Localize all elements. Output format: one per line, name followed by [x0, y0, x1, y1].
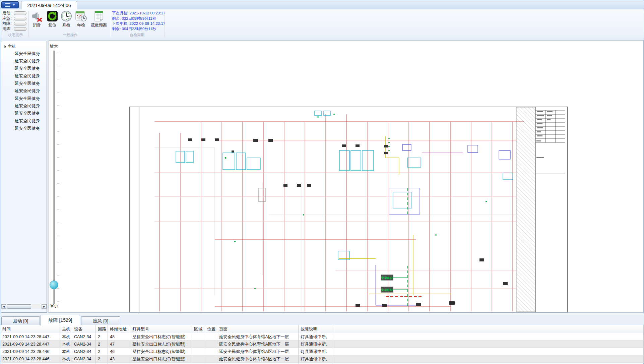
actions-group-label: 一般操作	[30, 33, 110, 38]
fault-indicator	[14, 22, 26, 25]
mute-button[interactable]: 消音	[31, 10, 43, 28]
tree-item[interactable]: 延安全民健身	[15, 125, 47, 132]
host-tree-panel: 主机 延安全民健身 延安全民健身 延安全民健身 延安全民健身 延安全民健身 延安…	[1, 41, 47, 313]
table-row[interactable]: 2021-09-09 14:23:28.446本机 CAN2-342 46壁挂安…	[0, 348, 644, 355]
current-time: 2021-09-09 14:24:06	[27, 3, 71, 8]
emergency-indicator	[14, 17, 26, 20]
selfcheck-info: 下次月检: 2021-10-12 00:23:17 剩余: 032日09时59分…	[112, 11, 162, 32]
col-page[interactable]: 页面	[217, 325, 299, 333]
col-area[interactable]: 区域	[192, 325, 205, 333]
table-header: 时间 主机 设备 回路 终端地址 灯具型号 区域 位置 页面 故障说明	[0, 325, 644, 333]
tree-item[interactable]: 延安全民健身	[15, 118, 47, 124]
status-label-mute: 消声:	[2, 26, 14, 32]
tree-root-host[interactable]: 主机	[3, 43, 16, 50]
col-model[interactable]: 灯具型号	[130, 325, 192, 333]
scroll-right-arrow[interactable]: ▶	[42, 304, 47, 309]
calendar-clock-icon	[75, 10, 87, 22]
tree-item[interactable]: 延安全民健身	[15, 110, 47, 117]
drawing-canvas[interactable]	[49, 40, 644, 313]
tree-item[interactable]: 延安全民健身	[15, 65, 47, 72]
status-group: 启动: 应急: 故障: 消声:	[2, 11, 26, 32]
tree-horizontal-scrollbar[interactable]: ◀ ▶	[1, 304, 47, 309]
tree-item[interactable]: 延安全民健身	[15, 87, 47, 94]
start-indicator	[14, 11, 26, 15]
app-menu-button[interactable]	[1, 1, 19, 8]
annual-check-button[interactable]: 年检	[75, 10, 87, 28]
zoom-in-label: 放大	[50, 44, 58, 49]
tab-fault[interactable]: 故障 [1529]	[41, 315, 80, 325]
evacuation-plan-button[interactable]: 疏散预案	[91, 10, 107, 28]
scrollbar-thumb[interactable]	[7, 304, 31, 309]
col-host[interactable]: 主机	[60, 325, 72, 333]
mute-indicator	[14, 27, 26, 31]
zoom-out-label: 缩小	[50, 303, 58, 309]
ribbon-toolbar: 启动: 应急: 故障: 消声: 消音	[0, 9, 644, 39]
status-group-label: 状态提示	[2, 33, 28, 38]
table-row[interactable]: 2021-09-09 14:23:28.447本机 CAN2-342 47壁挂安…	[0, 341, 644, 348]
tree-item[interactable]: 延安全民健身	[15, 50, 47, 57]
clock-icon	[61, 10, 72, 22]
table-row[interactable]: 2021-09-09 14:23:28.445本机 CAN2-342 42壁挂安…	[0, 363, 644, 364]
tree-root-label: 主机	[8, 44, 16, 50]
status-label-start: 启动:	[2, 10, 14, 16]
status-label-fault: 故障:	[2, 21, 14, 26]
event-log-panel: 启动 [0] 故障 [1529] 应急 [0] 时间 主机 设备 回路 终端地址…	[0, 313, 644, 364]
col-device[interactable]: 设备	[72, 325, 96, 333]
monthly-remaining: 剩余: 032日09时59分11秒	[112, 16, 162, 21]
reset-icon	[47, 10, 58, 22]
scroll-left-arrow[interactable]: ◀	[1, 304, 6, 309]
application-window: 2021-09-09 14:24:06 启动: 应急: 故障: 消声: 消音	[0, 0, 644, 364]
zoom-slider-track[interactable]	[53, 51, 55, 304]
tab-emergency[interactable]: 应急 [0]	[81, 316, 120, 325]
col-fault-desc[interactable]: 故障说明	[299, 325, 333, 333]
annual-remaining: 剩余: 364日23时59分11秒	[112, 26, 162, 32]
tree-item[interactable]: 延安全民健身	[15, 58, 47, 64]
evacuation-plan-icon	[93, 10, 105, 22]
table-row[interactable]: 2021-09-09 14:23:28.447本机 CAN2-342 48壁挂安…	[0, 333, 644, 341]
col-terminal[interactable]: 终端地址	[108, 325, 130, 333]
tree-item[interactable]: 延安全民健身	[15, 73, 47, 79]
title-bar: 2021-09-09 14:24:06	[0, 0, 644, 9]
next-monthly-check: 下次月检: 2021-10-12 00:23:17	[112, 11, 162, 16]
col-time[interactable]: 时间	[0, 325, 60, 333]
col-position[interactable]: 位置	[205, 325, 217, 333]
tree-item[interactable]: 延安全民健身	[15, 95, 47, 102]
next-annual-check: 下次年检: 2022-09-09 14:23:17	[112, 21, 162, 26]
tree-item[interactable]: 延安全民健身	[15, 103, 47, 109]
status-label-emergency: 应急:	[2, 16, 14, 21]
mute-speaker-icon	[31, 10, 43, 22]
col-loop[interactable]: 回路	[96, 325, 108, 333]
monthly-check-button[interactable]: 月检	[61, 10, 72, 28]
table-row[interactable]: 2021-09-09 14:23:28.446本机 CAN2-342 43壁挂安…	[0, 355, 644, 363]
tab-start[interactable]: 启动 [0]	[1, 316, 40, 325]
time-tab[interactable]: 2021-09-09 14:24:06	[21, 1, 77, 9]
tree-item[interactable]: 延安全民健身	[15, 80, 47, 87]
log-tabs: 启动 [0] 故障 [1529] 应急 [0]	[0, 314, 644, 325]
selfcheck-group-label: 自检周期	[112, 33, 162, 38]
menu-icon	[5, 3, 10, 7]
expander-icon[interactable]	[3, 45, 6, 48]
chevron-down-icon	[12, 4, 15, 6]
fault-table: 时间 主机 设备 回路 终端地址 灯具型号 区域 位置 页面 故障说明 2021…	[0, 325, 644, 364]
zoom-slider-thumb[interactable]	[50, 281, 58, 289]
reset-button[interactable]: 复位	[47, 10, 58, 28]
